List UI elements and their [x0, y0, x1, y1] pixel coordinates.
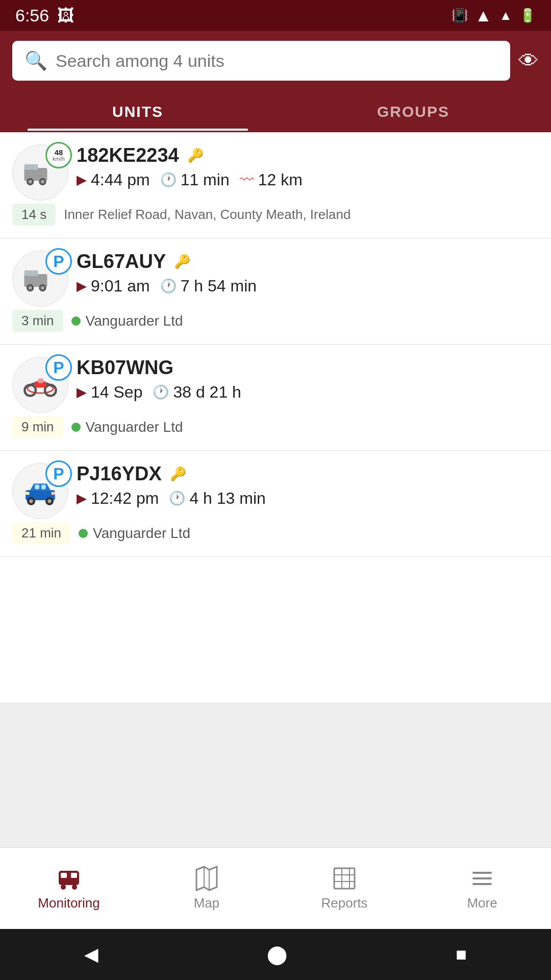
nav-monitoring[interactable]: Monitoring: [0, 848, 138, 929]
distance-stat: 〰 12 km: [240, 170, 303, 189]
distance-value: 12 km: [258, 170, 303, 189]
svg-marker-35: [196, 867, 217, 890]
signal-icon: ▲: [499, 8, 512, 23]
search-input[interactable]: [56, 51, 498, 71]
status-dot: [71, 423, 81, 432]
photo-icon: 🖼: [57, 6, 74, 26]
avatar: P: [12, 251, 68, 307]
duration-stat: 🕐 4 h 13 min: [169, 489, 265, 508]
nav-reports[interactable]: Reports: [276, 848, 413, 929]
time-ago-badge: 21 min: [12, 522, 70, 544]
vibrate-icon: 📳: [452, 8, 468, 23]
battery-icon: 🔋: [519, 8, 536, 23]
nav-more-label: More: [467, 895, 497, 911]
key-icon: 🔑: [170, 466, 186, 482]
start-time-stat: ▶ 9:01 am: [77, 277, 150, 296]
svg-point-6: [41, 180, 44, 183]
svg-point-16: [45, 385, 56, 396]
play-icon: ▶: [77, 491, 87, 506]
parking-badge: P: [45, 354, 72, 381]
svg-point-4: [29, 180, 32, 183]
list-item[interactable]: 48 km/h 182KE2234 🔑 ▶ 4:44 pm 🕐 11 mi: [0, 132, 551, 238]
back-button[interactable]: ◀: [84, 944, 98, 965]
nav-reports-label: Reports: [321, 895, 367, 911]
svg-rect-38: [334, 868, 355, 889]
duration-value: 7 h 54 min: [181, 277, 257, 296]
unit-name: GL67AUY: [77, 251, 166, 273]
parking-badge: P: [45, 248, 72, 275]
play-icon: ▶: [77, 384, 87, 400]
group-name: Vanguarder Ltd: [86, 313, 183, 329]
key-icon: 🔑: [174, 254, 190, 270]
time-ago-badge: 3 min: [12, 310, 63, 332]
nav-monitoring-label: Monitoring: [38, 895, 99, 911]
start-time-value: 9:01 am: [91, 277, 150, 296]
parking-badge: P: [45, 460, 72, 487]
clock-icon: 🕐: [169, 491, 185, 506]
avatar: 48 km/h: [12, 144, 68, 201]
unit-name: PJ16YDX: [77, 463, 162, 485]
status-dot: [71, 316, 81, 326]
duration-stat: 🕐 38 d 21 h: [153, 383, 241, 402]
duration-stat: 🕐 7 h 54 min: [160, 277, 257, 296]
status-bar: 6:56 🖼 📳 ▲ ▲ 🔋: [0, 0, 551, 31]
svg-rect-18: [38, 378, 44, 383]
status-dot: [79, 529, 88, 538]
bottom-nav: Monitoring Map Reports More: [0, 847, 551, 929]
start-time-value: 12:42 pm: [91, 489, 159, 508]
time-ago-badge: 9 min: [12, 416, 63, 438]
group-indicator: Vanguarder Ltd: [71, 313, 183, 329]
play-icon: ▶: [77, 172, 87, 188]
recents-button[interactable]: ■: [456, 944, 467, 965]
search-box[interactable]: 🔍: [12, 41, 510, 81]
eye-icon[interactable]: 👁: [518, 50, 539, 72]
tabs-bar: UNITS GROUPS: [0, 91, 551, 132]
unit-name: 182KE2234: [77, 144, 179, 166]
table-icon: [332, 866, 357, 891]
time-display: 6:56: [15, 6, 49, 26]
search-icon: 🔍: [24, 50, 47, 71]
svg-point-13: [41, 286, 44, 289]
nav-more[interactable]: More: [413, 848, 551, 929]
map-icon: [194, 866, 219, 891]
svg-rect-9: [26, 272, 37, 275]
tab-groups[interactable]: GROUPS: [276, 91, 551, 131]
group-indicator: Vanguarder Ltd: [71, 419, 183, 435]
tab-units[interactable]: UNITS: [0, 91, 276, 131]
time-ago-badge: 14 s: [12, 204, 56, 226]
wifi-icon: ▲: [475, 6, 492, 26]
group-name: Vanguarder Ltd: [86, 419, 183, 435]
svg-rect-29: [52, 492, 55, 495]
svg-point-33: [61, 885, 66, 890]
clock-icon: 🕐: [153, 384, 169, 400]
unit-name: KB07WNG: [77, 357, 173, 379]
svg-rect-22: [35, 484, 39, 489]
bus-icon: [56, 866, 82, 891]
duration-value: 4 h 13 min: [189, 489, 265, 508]
list-item[interactable]: P PJ16YDX 🔑 ▶ 12:42 pm 🕐 4 h 13 min: [0, 451, 551, 557]
start-time-stat: ▶ 12:42 pm: [77, 489, 159, 508]
nav-map[interactable]: Map: [138, 848, 276, 929]
start-time-stat: ▶ 14 Sep: [77, 383, 142, 402]
list-item[interactable]: P KB07WNG ▶ 14 Sep 🕐 38 d 21 h: [0, 345, 551, 451]
svg-point-27: [47, 499, 51, 503]
units-list: 48 km/h 182KE2234 🔑 ▶ 4:44 pm 🕐 11 mi: [0, 132, 551, 702]
play-icon: ▶: [77, 278, 87, 294]
svg-point-11: [29, 286, 32, 289]
key-icon: 🔑: [187, 148, 204, 163]
svg-rect-32: [71, 873, 77, 878]
svg-rect-2: [26, 165, 37, 169]
start-time-value: 4:44 pm: [91, 170, 150, 189]
group-indicator: Vanguarder Ltd: [79, 525, 190, 542]
list-item[interactable]: P GL67AUY 🔑 ▶ 9:01 am 🕐 7 h 54 min: [0, 238, 551, 345]
avatar: P: [12, 463, 68, 519]
menu-icon: [469, 866, 495, 891]
home-button[interactable]: ⬤: [267, 944, 287, 965]
svg-rect-28: [26, 492, 29, 495]
duration-stat: 🕐 11 min: [160, 170, 230, 189]
svg-point-34: [72, 885, 77, 890]
svg-point-15: [24, 385, 36, 396]
clock-icon: 🕐: [160, 278, 177, 294]
avatar: P: [12, 357, 68, 413]
start-time-stat: ▶ 4:44 pm: [77, 170, 150, 189]
